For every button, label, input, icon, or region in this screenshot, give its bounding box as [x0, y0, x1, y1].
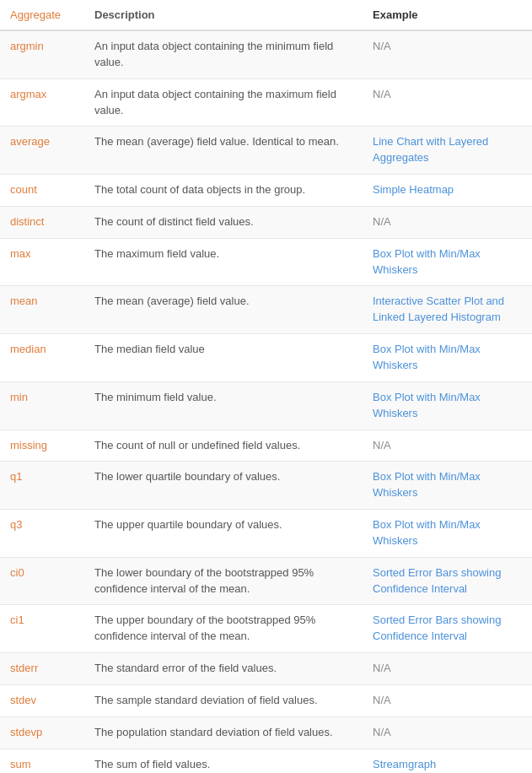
cell-aggregate: average: [0, 127, 84, 175]
cell-description: The median field value: [84, 334, 363, 382]
table-header: Aggregate Description Example: [0, 0, 532, 30]
cell-example: Simple Heatmap: [363, 175, 532, 207]
cell-description: The minimum field value.: [84, 381, 363, 430]
cell-aggregate: argmax: [0, 78, 84, 127]
header-example: Example: [363, 0, 532, 30]
cell-description: An input data object containing the maxi…: [84, 78, 363, 127]
cell-example: Sorted Error Bars showing Confidence Int…: [363, 605, 532, 653]
example-link[interactable]: Box Plot with Min/Max Whiskers: [373, 470, 481, 499]
example-link[interactable]: Streamgraph: [373, 758, 436, 770]
table-row: countThe total count of data objects in …: [0, 175, 532, 207]
table-row: maxThe maximum field value.Box Plot with…: [0, 238, 532, 286]
table-row: q1The lower quartile boundary of values.…: [0, 462, 532, 510]
cell-description: The mean (average) field value. Identica…: [84, 127, 363, 175]
cell-example: Interactive Scatter Plot and Linked Laye…: [363, 286, 532, 334]
cell-description: The population standard deviation of fie…: [84, 716, 363, 749]
cell-description: The lower boundary of the bootstrapped 9…: [84, 557, 363, 605]
example-link[interactable]: Sorted Error Bars showing Confidence Int…: [373, 614, 501, 642]
cell-example: N/A: [363, 684, 532, 716]
cell-example: N/A: [363, 430, 532, 462]
cell-example: N/A: [363, 716, 532, 749]
table-row: sumThe sum of field values.Streamgraph: [0, 749, 532, 773]
example-link[interactable]: Box Plot with Min/Max Whiskers: [373, 247, 481, 276]
cell-aggregate: ci0: [0, 557, 84, 605]
example-link[interactable]: Sorted Error Bars showing Confidence Int…: [373, 566, 501, 595]
aggregate-table: Aggregate Description Example argminAn i…: [0, 0, 532, 773]
cell-example: Sorted Error Bars showing Confidence Int…: [363, 557, 532, 605]
cell-example: Streamgraph: [363, 749, 532, 773]
table-row: stderrThe standard error of the field va…: [0, 653, 532, 685]
cell-aggregate: median: [0, 334, 84, 382]
cell-example: Box Plot with Min/Max Whiskers: [363, 462, 532, 510]
table-row: ci1The upper boundary of the bootstrappe…: [0, 605, 532, 653]
cell-description: The sum of field values.: [84, 749, 363, 773]
table-row: argmaxAn input data object containing th…: [0, 78, 532, 127]
cell-aggregate: q3: [0, 510, 84, 558]
cell-aggregate: stdevp: [0, 716, 84, 749]
cell-example: Box Plot with Min/Max Whiskers: [363, 381, 532, 430]
cell-description: The total count of data objects in the g…: [84, 175, 363, 207]
table-row: stdevThe sample standard deviation of fi…: [0, 684, 532, 716]
example-link[interactable]: Box Plot with Min/Max Whiskers: [373, 343, 481, 371]
table-row: meanThe mean (average) field value.Inter…: [0, 286, 532, 334]
cell-aggregate: min: [0, 381, 84, 430]
table-row: argminAn input data object containing th…: [0, 30, 532, 78]
cell-description: The standard error of the field values.: [84, 653, 363, 685]
table-row: minThe minimum field value.Box Plot with…: [0, 381, 532, 430]
cell-aggregate: argmin: [0, 30, 84, 78]
example-link[interactable]: Interactive Scatter Plot and Linked Laye…: [373, 295, 504, 323]
cell-description: The lower quartile boundary of values.: [84, 462, 363, 510]
cell-aggregate: stderr: [0, 653, 84, 685]
cell-aggregate: ci1: [0, 605, 84, 653]
table-row: missingThe count of null or undefined fi…: [0, 430, 532, 462]
cell-aggregate: sum: [0, 749, 84, 773]
example-link[interactable]: Box Plot with Min/Max Whiskers: [373, 391, 481, 419]
cell-description: The upper quartile boundary of values.: [84, 510, 363, 558]
table-row: ci0The lower boundary of the bootstrappe…: [0, 557, 532, 605]
cell-description: The sample standard deviation of field v…: [84, 684, 363, 716]
cell-description: The maximum field value.: [84, 238, 363, 286]
cell-example: Box Plot with Min/Max Whiskers: [363, 238, 532, 286]
table-row: medianThe median field valueBox Plot wit…: [0, 334, 532, 382]
cell-aggregate: stdev: [0, 684, 84, 716]
cell-description: An input data object containing the mini…: [84, 30, 363, 78]
cell-aggregate: distinct: [0, 206, 84, 238]
cell-description: The mean (average) field value.: [84, 286, 363, 334]
header-description: Description: [84, 0, 363, 30]
cell-example: N/A: [363, 653, 532, 685]
cell-aggregate: count: [0, 175, 84, 207]
cell-description: The count of distinct field values.: [84, 206, 363, 238]
table-row: q3The upper quartile boundary of values.…: [0, 510, 532, 558]
cell-description: The count of null or undefined field val…: [84, 430, 363, 462]
cell-description: The upper boundary of the bootstrapped 9…: [84, 605, 363, 653]
cell-aggregate: mean: [0, 286, 84, 334]
example-link[interactable]: Box Plot with Min/Max Whiskers: [373, 518, 481, 547]
cell-example: N/A: [363, 30, 532, 78]
table-row: distinctThe count of distinct field valu…: [0, 206, 532, 238]
cell-aggregate: max: [0, 238, 84, 286]
cell-aggregate: q1: [0, 462, 84, 510]
cell-example: Line Chart with Layered Aggregates: [363, 127, 532, 175]
cell-example: Box Plot with Min/Max Whiskers: [363, 334, 532, 382]
example-link[interactable]: Simple Heatmap: [373, 183, 454, 196]
cell-example: N/A: [363, 78, 532, 127]
table-row: averageThe mean (average) field value. I…: [0, 127, 532, 175]
header-aggregate: Aggregate: [0, 0, 84, 30]
example-link[interactable]: Line Chart with Layered Aggregates: [373, 135, 488, 164]
cell-aggregate: missing: [0, 430, 84, 462]
cell-example: Box Plot with Min/Max Whiskers: [363, 510, 532, 558]
table-row: stdevpThe population standard deviation …: [0, 716, 532, 749]
cell-example: N/A: [363, 206, 532, 238]
